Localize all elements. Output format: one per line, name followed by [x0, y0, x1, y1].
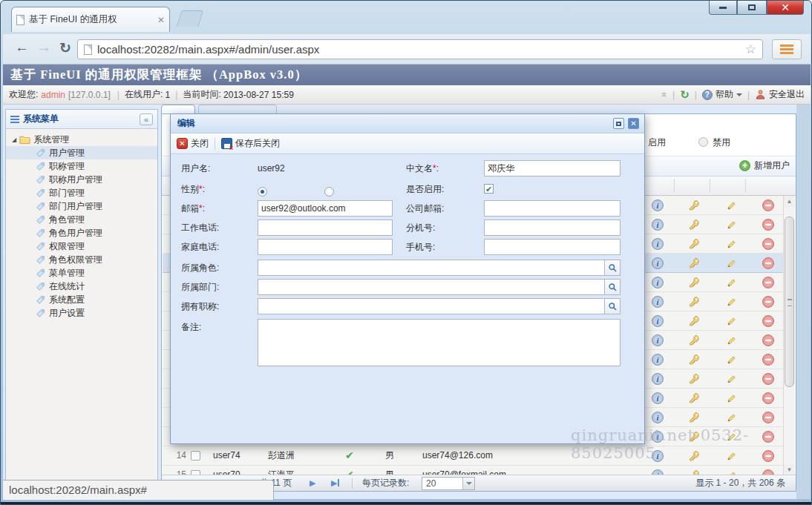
- dept-field[interactable]: [258, 279, 605, 295]
- page-size-select[interactable]: 20: [422, 477, 475, 490]
- sidebar-item-label[interactable]: 角色用户管理: [49, 227, 102, 240]
- sidebar-item[interactable]: 菜单管理: [6, 266, 157, 280]
- sidebar-item[interactable]: 职称用户管理: [6, 173, 157, 186]
- info-icon[interactable]: i: [652, 277, 664, 288]
- key-icon[interactable]: [688, 412, 700, 423]
- scrollbar-thumb[interactable]: [785, 217, 794, 387]
- delete-icon[interactable]: [762, 296, 774, 308]
- address-bar[interactable]: localhost:20282/main.aspx#/admin/user.as…: [77, 39, 763, 59]
- key-icon[interactable]: [688, 238, 700, 250]
- mobile-field[interactable]: [484, 239, 621, 255]
- info-icon[interactable]: i: [652, 296, 664, 308]
- sidebar-item[interactable]: 角色用户管理: [6, 226, 157, 240]
- sidebar-item-label[interactable]: 用户设置: [49, 307, 85, 320]
- delete-icon[interactable]: [762, 219, 774, 231]
- pencil-icon[interactable]: [725, 219, 737, 231]
- key-icon[interactable]: [688, 431, 700, 443]
- tree-node-label[interactable]: 系统管理: [33, 133, 69, 146]
- dropdown-arrow-icon[interactable]: [462, 478, 474, 489]
- info-icon[interactable]: i: [652, 315, 664, 327]
- pencil-icon[interactable]: [725, 412, 737, 423]
- browser-tab[interactable]: 基于 FineUI 的通用权 ✕: [11, 7, 170, 32]
- key-icon[interactable]: [688, 354, 700, 366]
- pencil-icon[interactable]: [725, 373, 737, 385]
- last-page-icon[interactable]: ▶: [331, 475, 339, 491]
- sidebar-item[interactable]: 用户管理: [6, 146, 157, 159]
- info-icon[interactable]: i: [652, 431, 664, 443]
- window-close-button[interactable]: ✕: [767, 1, 804, 15]
- pencil-icon[interactable]: [725, 450, 737, 462]
- sidebar-item[interactable]: 系统配置: [6, 293, 157, 306]
- delete-icon[interactable]: [762, 392, 774, 404]
- pencil-icon[interactable]: [725, 296, 737, 308]
- sidebar-item[interactable]: 用户设置: [6, 306, 157, 320]
- delete-icon[interactable]: [762, 238, 774, 250]
- key-icon[interactable]: [688, 219, 700, 231]
- info-icon[interactable]: i: [652, 450, 664, 462]
- info-icon[interactable]: i: [652, 373, 664, 385]
- delete-icon[interactable]: [762, 450, 774, 462]
- sidebar-item-label[interactable]: 角色权限管理: [49, 254, 102, 266]
- sidebar-item[interactable]: 在线统计: [6, 280, 157, 293]
- tab-close-icon[interactable]: ✕: [157, 16, 165, 24]
- key-icon[interactable]: [688, 277, 700, 288]
- pencil-icon[interactable]: [725, 199, 737, 211]
- enabled-radio-label[interactable]: 启用: [648, 136, 666, 149]
- info-icon[interactable]: i: [652, 199, 664, 211]
- info-icon[interactable]: i: [652, 238, 664, 250]
- refresh-icon[interactable]: ↻: [59, 39, 71, 56]
- search-icon[interactable]: [605, 298, 621, 314]
- key-icon[interactable]: [688, 373, 700, 385]
- delete-icon[interactable]: [762, 354, 774, 366]
- info-icon[interactable]: i: [652, 334, 664, 346]
- vertical-scrollbar[interactable]: ▲ ▼: [783, 196, 795, 476]
- info-icon[interactable]: i: [652, 219, 664, 231]
- key-icon[interactable]: [688, 257, 700, 269]
- sidebar-item-label[interactable]: 在线统计: [49, 280, 85, 293]
- work-phone-field[interactable]: [258, 220, 393, 236]
- back-icon[interactable]: ←: [15, 39, 29, 56]
- bookmark-star-icon[interactable]: ☆: [745, 42, 756, 57]
- sidebar-item-label[interactable]: 菜单管理: [49, 267, 85, 280]
- logout-button[interactable]: 安全退出: [769, 88, 805, 101]
- browser-menu-icon[interactable]: [772, 39, 802, 59]
- delete-icon[interactable]: [762, 373, 774, 385]
- row-checkbox[interactable]: [191, 451, 200, 461]
- company-email-field[interactable]: [484, 200, 621, 217]
- sidebar-item-label[interactable]: 系统配置: [49, 294, 85, 306]
- next-page-icon[interactable]: ▶: [310, 475, 315, 491]
- delete-icon[interactable]: [762, 431, 774, 443]
- sidebar-item-label[interactable]: 职称管理: [49, 160, 85, 173]
- sidebar-item-label[interactable]: 权限管理: [49, 240, 85, 253]
- female-radio[interactable]: [324, 187, 334, 197]
- search-icon[interactable]: [605, 279, 621, 295]
- add-user-button[interactable]: + 新增用户: [739, 159, 790, 172]
- key-icon[interactable]: [688, 334, 700, 346]
- pencil-icon[interactable]: [725, 257, 737, 269]
- pencil-icon[interactable]: [725, 431, 737, 443]
- sidebar-item[interactable]: 职称管理: [6, 159, 157, 173]
- key-icon[interactable]: [688, 315, 700, 327]
- window-minimize-button[interactable]: [709, 1, 737, 15]
- home-phone-field[interactable]: [258, 239, 393, 255]
- delete-icon[interactable]: [762, 334, 774, 346]
- delete-icon[interactable]: [762, 199, 774, 211]
- delete-icon[interactable]: [762, 277, 774, 288]
- delete-icon[interactable]: [762, 412, 774, 423]
- key-icon[interactable]: [688, 296, 700, 308]
- pencil-icon[interactable]: [725, 238, 737, 250]
- male-radio[interactable]: [258, 187, 267, 197]
- delete-icon[interactable]: [762, 257, 774, 269]
- info-icon[interactable]: i: [652, 354, 664, 366]
- window-maximize-button[interactable]: [737, 1, 767, 15]
- info-icon[interactable]: i: [652, 392, 664, 404]
- search-icon[interactable]: [605, 260, 621, 276]
- sidebar-item[interactable]: 部门管理: [6, 186, 157, 199]
- disabled-radio[interactable]: [698, 137, 708, 147]
- help-menu[interactable]: 帮助: [716, 88, 733, 101]
- info-icon[interactable]: i: [652, 412, 664, 423]
- roles-field[interactable]: [258, 260, 605, 276]
- pencil-icon[interactable]: [725, 277, 737, 288]
- dialog-close-icon[interactable]: ✕: [628, 118, 639, 129]
- tree-node-root[interactable]: ◢ 系统管理: [6, 133, 157, 146]
